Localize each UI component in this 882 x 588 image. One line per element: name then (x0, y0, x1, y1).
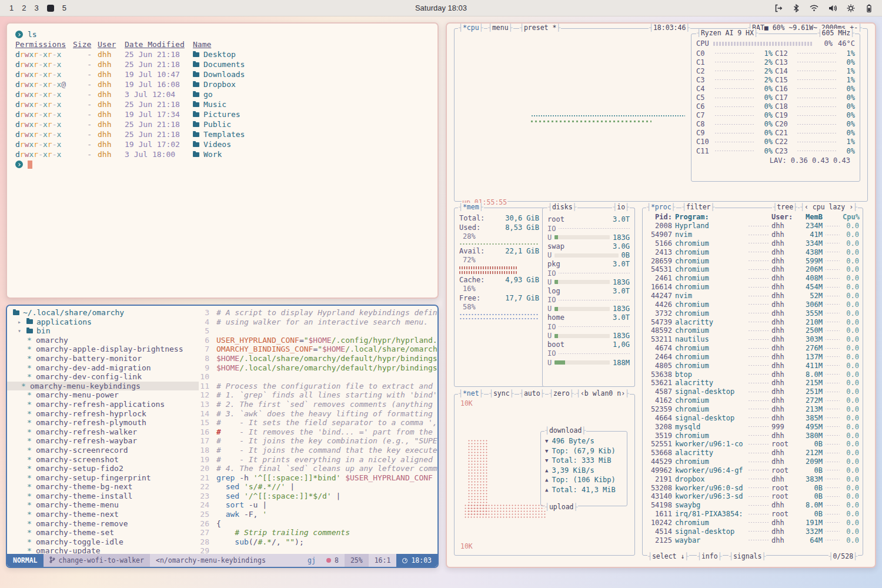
folder-name[interactable]: Work (193, 149, 429, 159)
process-row[interactable]: 44529chromiumdhh209M0.0 (647, 457, 859, 466)
tree-item[interactable]: *omarchy-theme-set (13, 528, 199, 537)
process-row[interactable]: 16614chromiumdhh454M0.0 (647, 283, 859, 292)
code-line[interactable]: 20# 4. The final `sed` cleans up any lef… (199, 464, 437, 473)
tree-item[interactable]: *omarchy-theme-install (13, 492, 199, 501)
process-row[interactable]: 43140kworker/u96:3-sdroot0B0.0 (647, 492, 859, 501)
tree-item[interactable]: ▸applications (13, 318, 199, 327)
tree-item[interactable]: *omarchy-refresh-plymouth (13, 418, 199, 427)
folder-name[interactable]: Desktop (193, 49, 429, 59)
code-line[interactable]: 5 (199, 326, 437, 336)
workspace-indicator-active[interactable] (47, 5, 54, 12)
code-line[interactable]: 15# - It sets the field separator to a c… (199, 418, 437, 427)
code-line[interactable]: 19# - It prints everything in a nicely a… (199, 455, 437, 465)
battery-icon[interactable] (864, 4, 874, 13)
folder-name[interactable]: Dropbox (193, 79, 429, 89)
code-line[interactable]: 12# 1. `grep` finds all lines starting w… (199, 390, 437, 400)
process-row[interactable]: 1611irq/81-PIXA3854:root0B0.0 (647, 510, 859, 519)
code-line[interactable]: 8$HOME/.local/share/omarchy/default/hypr… (199, 354, 437, 363)
process-row[interactable]: 53208kworker/u96:0-sdroot0B0.0 (647, 483, 859, 492)
net-sync-toggle[interactable]: sync (489, 389, 514, 397)
process-row[interactable]: 2461chromiumdhh408M0.0 (647, 274, 859, 283)
process-row[interactable]: 54739alacrittydhh210M0.0 (647, 318, 859, 326)
code-line[interactable]: 4# using walker for an interactive searc… (199, 318, 437, 327)
tree-item[interactable]: *omarchy-battery-monitor (13, 354, 199, 363)
tree-item[interactable]: *omarchy-menu-keybindings (7, 382, 199, 391)
tree-item[interactable]: *omarchy-update (13, 546, 199, 554)
tree-item[interactable]: *omarchy-toggle-idle (13, 537, 199, 547)
process-row[interactable]: 3208mysqld999495M0.0 (647, 422, 859, 431)
clock[interactable]: Saturday 18:03 (129, 4, 753, 12)
net-auto-toggle[interactable]: auto (519, 389, 545, 397)
process-row[interactable]: 4674chromiumdhh276M0.0 (647, 344, 859, 353)
folder-name[interactable]: Documents (193, 59, 429, 69)
process-row[interactable]: 28659chromiumdhh599M0.0 (647, 256, 859, 265)
tree-item[interactable]: *omarchy-refresh-hyprlock (13, 409, 199, 419)
tree-item[interactable]: *omarchy-setup-fingerprint (13, 473, 199, 483)
prompt-line-empty[interactable] (15, 159, 429, 169)
tree-item[interactable]: *omarchy-menu-power (13, 390, 199, 400)
proc-signals[interactable]: signals (729, 552, 766, 560)
process-row[interactable]: 3732chromiumdhh355M0.0 (647, 309, 859, 318)
workspace-indicator[interactable]: 2 (22, 4, 26, 12)
folder-name[interactable]: Pictures (193, 109, 429, 119)
process-row[interactable]: 2464chromiumdhh137M0.0 (647, 353, 859, 362)
workspace-indicator[interactable]: 5 (62, 4, 66, 12)
git-branch[interactable]: change-wofi-to-walker (44, 554, 150, 567)
proc-info[interactable]: info (697, 552, 723, 560)
terminal-window[interactable]: ls PermissionsSizeUserDate ModifiedName … (6, 22, 439, 299)
code-line[interactable]: 10 (199, 372, 437, 382)
process-row[interactable]: 54531chromiumdhh206M0.0 (647, 265, 859, 274)
tree-item[interactable]: *omarchy (13, 336, 199, 345)
folder-name[interactable]: Downloads (193, 69, 429, 79)
net-zero-toggle[interactable]: zero (549, 389, 574, 397)
tree-item[interactable]: *omarchy-screenshot (13, 455, 199, 465)
process-row[interactable]: 48592chromiumdhh250M0.0 (647, 326, 859, 335)
tree-item[interactable]: *omarchy-theme-menu (13, 500, 199, 510)
proc-tree-toggle[interactable]: tree (772, 203, 798, 211)
tree-item[interactable]: *omarchy-refresh-walker (13, 427, 199, 437)
code-line[interactable]: 24 sort -u | (199, 500, 437, 510)
folder-name[interactable]: Public (193, 119, 429, 129)
process-row[interactable]: 10242chromiumdhh191M0.0 (647, 519, 859, 527)
proc-filter[interactable]: filter (681, 203, 715, 211)
code-line[interactable]: 13# 2. The first `sed` removes comments … (199, 400, 437, 409)
wifi-icon[interactable] (809, 4, 819, 12)
tree-item[interactable]: *omarchy-theme-remove (13, 519, 199, 529)
process-row[interactable]: 2413chromiumdhh438M0.0 (647, 248, 859, 256)
tab-proc[interactable]: *proc (646, 203, 676, 211)
tree-item[interactable]: *omarchy-setup-fido2 (13, 464, 199, 473)
process-row[interactable]: 2008Hyprlanddhh234M0.0 (647, 222, 859, 230)
process-row[interactable]: 53211nautilusdhh303M0.0 (647, 335, 859, 344)
bluetooth-icon[interactable] (792, 4, 800, 13)
process-row[interactable]: 4805chromiumdhh411M0.0 (647, 361, 859, 370)
code-line[interactable]: 9$HOME/.local/share/omarchy/default/hypr… (199, 363, 437, 373)
code-line[interactable]: 6USER_HYPRLAND_CONF="$HOME/.config/hypr/… (199, 336, 437, 345)
code-line[interactable]: 7OMARCHY_BINDINGS_CONF="$HOME/.local/sha… (199, 345, 437, 354)
code-editor[interactable]: 3# A script to display Hyprland keybindi… (199, 306, 437, 554)
tree-item[interactable]: *omarchy-refresh-applications (13, 400, 199, 409)
process-row[interactable]: 54198swaybgdhh8.0M0.0 (647, 501, 859, 510)
tree-item[interactable]: *omarchy-apple-display-brightness (13, 345, 199, 354)
code-line[interactable]: 28 sub(/#.*/, ""); (199, 537, 437, 547)
process-row[interactable]: 53638btopdhh8.0M0.0 (647, 370, 859, 379)
process-row[interactable]: 44247nvimdhh52M0.0 (647, 292, 859, 300)
process-row[interactable]: 3519chromiumdhh380M0.0 (647, 431, 859, 440)
process-row[interactable]: 52359chromiumdhh213M0.0 (647, 405, 859, 414)
folder-name[interactable]: Templates (193, 129, 429, 139)
code-line[interactable]: 14# 3. `awk` does the heavy lifting of f… (199, 409, 437, 419)
code-line[interactable]: 25 awk -F, ' (199, 510, 437, 519)
code-line[interactable]: 23 sed '/^[[:space:]]*$/d' | (199, 492, 437, 501)
process-row[interactable]: 4514signal-desktopdhh332M0.0 (647, 527, 859, 536)
process-row[interactable]: 53668alacrittydhh212M0.0 (647, 449, 859, 457)
volume-icon[interactable] (828, 4, 837, 13)
tree-item[interactable]: *omarchy-dev-config-link (13, 372, 199, 382)
tab-net[interactable]: *net (458, 389, 484, 397)
code-line[interactable]: 21grep -h '^[[:space:]]*bind' $USER_HYPR… (199, 473, 437, 483)
settings-gear-icon[interactable] (846, 4, 856, 13)
folder-name[interactable]: Videos (193, 139, 429, 149)
code-line[interactable]: 17# - It joins the key combination (e.g.… (199, 436, 437, 446)
folder-name[interactable]: go (193, 89, 429, 99)
process-row[interactable]: 2191dropboxdhh383M0.0 (647, 475, 859, 483)
menu-button[interactable]: menu (487, 24, 513, 32)
proc-sort[interactable]: ‹ cpu lazy › (800, 203, 858, 211)
